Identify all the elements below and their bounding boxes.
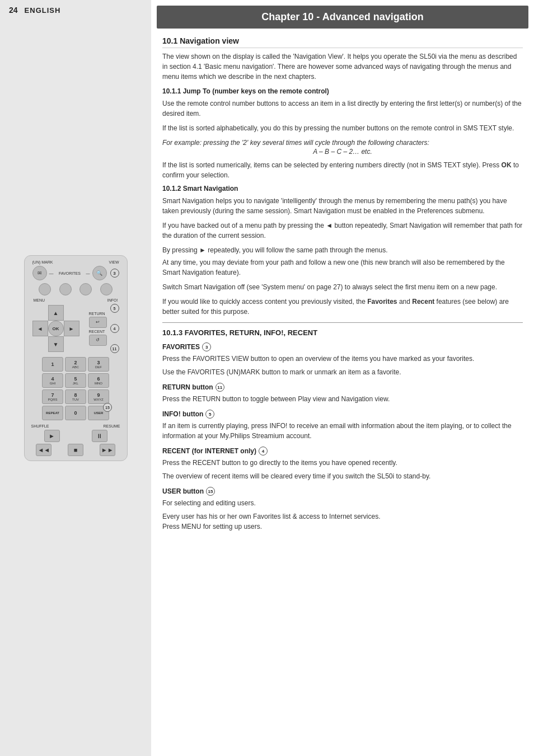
- numpad: 1 2ABC 3DEF 4GHI 5JKL 6MNO 7PQRS: [42, 357, 109, 420]
- un-mark-label: (UN) MARK: [32, 260, 53, 264]
- section-10-1-2-body4: At any time, you may deviate from your p…: [162, 257, 523, 278]
- badge-11: 11: [110, 344, 119, 353]
- transport-pause[interactable]: ⏸: [92, 430, 107, 442]
- view-label: VIEW: [109, 260, 119, 264]
- btn-round-4[interactable]: [100, 283, 113, 295]
- return-badge: 11: [216, 383, 224, 392]
- badge-4: 4: [110, 324, 119, 333]
- num-1[interactable]: 1: [42, 357, 63, 372]
- favorites-body1: Press the FAVORITES VIEW button to open …: [162, 354, 523, 364]
- bottom-controls: SHUFFLE RESUME ► ⏸ ◄◄ ■ ►►: [29, 424, 123, 456]
- page-language: ENGLISH: [25, 6, 61, 15]
- section-10-1-2-body6: If you would like to quickly access cont…: [162, 297, 523, 317]
- section-10-1-body: The view shown on the display is called …: [162, 51, 523, 82]
- section-10-1-2-title: 10.1.2 Smart Navigation: [162, 185, 523, 192]
- recent-btn[interactable]: ↺: [89, 335, 107, 346]
- recent-heading: RECENT (for INTERNET only): [162, 447, 256, 455]
- btn-round-2[interactable]: [59, 283, 72, 295]
- num-2[interactable]: 2ABC: [65, 357, 86, 372]
- favorites-badge: 3: [202, 342, 211, 351]
- favorites-view-btn[interactable]: 🔍: [92, 266, 107, 280]
- num-7[interactable]: 7PQRS: [42, 389, 63, 404]
- transport-play[interactable]: ►: [44, 430, 60, 442]
- info-subsection: INFO! button 5 If an item is currently p…: [162, 410, 523, 441]
- menu-label: MENU: [34, 298, 45, 302]
- section-10-1-1-body1: Use the remote control number buttons to…: [162, 98, 523, 119]
- num-8[interactable]: 8TUV: [65, 389, 86, 404]
- dpad-left[interactable]: ◄: [32, 321, 48, 336]
- btn-round-3[interactable]: [79, 283, 92, 295]
- dpad-up[interactable]: ▲: [48, 305, 64, 321]
- section-10-1-1-italic2: A – B – C – 2… etc.: [162, 148, 523, 156]
- section-10-1-1-title: 10.1.1 Jump To (number keys on the remot…: [162, 87, 523, 95]
- return-subsection: RETURN button 11 Press the RETURN button…: [162, 383, 523, 404]
- transport-next[interactable]: ►►: [100, 444, 115, 456]
- badge-3: 3: [110, 269, 119, 278]
- favorites-subsection: FAVORITES 3 Press the FAVORITES VIEW but…: [162, 342, 523, 377]
- round-btns-row: [29, 282, 123, 297]
- section-10-1-title: 10.1 Navigation view: [162, 36, 523, 48]
- recent-label: RECENT: [89, 330, 105, 334]
- favorites-body2: Use the FAVORITES (UN)MARK button to mar…: [162, 367, 523, 377]
- main-content: Chapter 10 - Advanced navigation 10.1 Na…: [151, 0, 534, 756]
- dpad-ok[interactable]: OK: [48, 321, 64, 336]
- favorites-unmark-btn[interactable]: ✉: [32, 266, 47, 280]
- section-10-1-1-body2: If the list is sorted alphabetically, yo…: [162, 123, 523, 133]
- info-body: If an item is currently playing, press I…: [162, 421, 523, 441]
- section-10-1-1-body3: If the list is sorted numerically, items…: [162, 160, 523, 180]
- favorites-heading: FAVORITES: [162, 343, 200, 351]
- user-subsection: USER button 15 For selecting and editing…: [162, 487, 523, 532]
- num-user[interactable]: USER 15: [88, 406, 109, 420]
- user-badge: 15: [206, 487, 215, 496]
- section-10-1-1-italic1: For example: pressing the '2' key severa…: [162, 138, 523, 148]
- section-10-1-2-body3: By pressing ► repeatedly, you will follo…: [162, 245, 523, 255]
- page-number: 24: [9, 6, 18, 15]
- badge-5: 5: [110, 304, 119, 313]
- return-label: RETURN: [89, 312, 105, 316]
- return-body: Press the RETURN button to toggle betwee…: [162, 394, 523, 404]
- recent-badge: 4: [259, 447, 268, 456]
- btn-round-1[interactable]: [39, 283, 51, 295]
- shuffle-label: SHUFFLE: [31, 424, 49, 428]
- num-6[interactable]: 6MNO: [88, 373, 109, 388]
- section-10-1-3: 10.1.3 FAVORITES, RETURN, INFO!, RECENT …: [162, 328, 523, 532]
- section-10-1-2-body5: Switch Smart Navigation off (see 'System…: [162, 282, 523, 292]
- info-label: INFO!: [107, 298, 118, 302]
- dpad-right[interactable]: ►: [64, 321, 79, 336]
- user-body1: For selecting and editing users.: [162, 498, 523, 508]
- user-body2: Every user has his or her own Favorites …: [162, 511, 523, 532]
- resume-label: RESUME: [104, 424, 120, 428]
- section-10-1-2-body2: If you have backed out of a menu path by…: [162, 220, 523, 241]
- section-10-1-3-title: 10.1.3 FAVORITES, RETURN, INFO!, RECENT: [162, 328, 523, 337]
- badge-15: 15: [103, 403, 112, 412]
- section-10-1-2-body1: Smart Navigation helps you to navigate '…: [162, 196, 523, 216]
- favorites-dash: —: [49, 271, 54, 276]
- section-10-1-1: 10.1.1 Jump To (number keys on the remot…: [162, 87, 523, 180]
- num-4[interactable]: 4GHI: [42, 373, 63, 388]
- num-repeat[interactable]: REPEAT: [42, 406, 63, 420]
- num-5[interactable]: 5JKL: [65, 373, 86, 388]
- dpad-down[interactable]: ▼: [48, 336, 64, 352]
- user-heading: USER button: [162, 487, 204, 495]
- num-0[interactable]: 0: [65, 406, 86, 420]
- section-divider: [162, 322, 523, 323]
- transport-stop[interactable]: ■: [68, 444, 83, 456]
- num-3[interactable]: 3DEF: [88, 357, 109, 372]
- favorites-label: FAVORITES: [56, 271, 84, 275]
- info-heading: INFO! button: [162, 410, 203, 418]
- recent-body1: Press the RECENT button to go directly t…: [162, 458, 523, 468]
- recent-subsection: RECENT (for INTERNET only) 4 Press the R…: [162, 447, 523, 481]
- num-9[interactable]: 9WXYZ: [88, 389, 109, 404]
- chapter-header: Chapter 10 - Advanced navigation: [157, 6, 528, 29]
- return-btn[interactable]: ↩: [89, 317, 107, 328]
- section-10-1: 10.1 Navigation view The view shown on t…: [162, 36, 523, 82]
- section-10-1-2: 10.1.2 Smart Navigation Smart Navigation…: [162, 185, 523, 317]
- recent-body2: The overview of recent items will be cle…: [162, 471, 523, 481]
- return-heading: RETURN button: [162, 383, 213, 391]
- remote-control: (UN) MARK VIEW ✉ — FAVORITES — 🔍 3: [24, 255, 128, 461]
- info-badge: 5: [205, 410, 214, 419]
- transport-prev[interactable]: ◄◄: [36, 444, 51, 456]
